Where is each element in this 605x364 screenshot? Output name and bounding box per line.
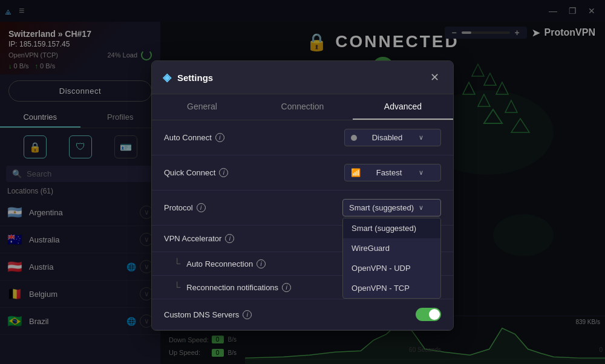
settings-overlay: ◈ Settings ✕ General Connection Advanced… — [0, 0, 605, 364]
reconnection-notifications-info-icon: i — [282, 283, 291, 292]
custom-dns-toggle[interactable] — [416, 308, 441, 321]
auto-connect-dropdown[interactable]: Disabled ∨ — [344, 129, 441, 146]
reconnection-notifications-label: └ Reconnection notifications i — [174, 282, 291, 293]
dialog-title-text: Settings — [177, 73, 213, 83]
quick-connect-arrow-icon: ∨ — [419, 169, 424, 177]
dialog-tabs: General Connection Advanced — [152, 94, 453, 120]
auto-connect-arrow-icon: ∨ — [419, 134, 424, 141]
settings-dialog: ◈ Settings ✕ General Connection Advanced… — [151, 60, 454, 331]
sub-indicator-reconnection: └ — [174, 258, 180, 269]
protocol-dropdown[interactable]: Smart (suggested) ∨ — [342, 199, 441, 216]
quick-connect-label: Quick Connect i — [164, 168, 228, 177]
tab-general[interactable]: General — [152, 94, 252, 120]
dialog-logo-icon: ◈ — [163, 71, 171, 84]
quick-connect-info-icon: i — [219, 168, 228, 177]
custom-dns-label: Custom DNS Servers i — [164, 310, 252, 319]
protocol-option-openvpn-tcp[interactable]: OpenVPN - TCP — [343, 278, 440, 298]
protocol-value: Smart (suggested) — [349, 203, 414, 212]
setting-auto-connect: Auto Connect i Disabled ∨ — [152, 120, 453, 155]
signal-icon: 📶 — [351, 168, 361, 177]
setting-custom-dns: Custom DNS Servers i — [152, 299, 453, 330]
protocol-dropdown-open: Smart (suggested) WireGuard OpenVPN - UD… — [342, 218, 441, 299]
protocol-dropdown-container: Smart (suggested) ∨ Smart (suggested) Wi… — [342, 199, 441, 216]
tab-connection[interactable]: Connection — [252, 94, 353, 120]
sub-indicator-notifications: └ — [174, 282, 180, 293]
protocol-label: Protocol i — [164, 203, 206, 212]
quick-connect-value: Fastest — [376, 168, 402, 177]
auto-connect-info-icon: i — [215, 133, 224, 142]
protocol-option-openvpn-udp[interactable]: OpenVPN - UDP — [343, 258, 440, 278]
dialog-header: ◈ Settings ✕ — [152, 61, 453, 94]
dialog-title: ◈ Settings — [163, 71, 213, 84]
tab-advanced[interactable]: Advanced — [353, 94, 453, 120]
protocol-option-smart[interactable]: Smart (suggested) — [343, 218, 440, 238]
app-window: ⟁ ≡ — ❐ ✕ Switzerland » CH#17 IP: 185.15… — [0, 0, 605, 364]
protocol-arrow-icon: ∨ — [419, 204, 424, 212]
vpn-accelerator-label: VPN Accelerator i — [164, 234, 234, 243]
vpn-accelerator-info-icon: i — [225, 234, 234, 243]
protocol-option-wireguard[interactable]: WireGuard — [343, 238, 440, 258]
auto-connect-label: Auto Connect i — [164, 133, 224, 142]
dialog-content: Auto Connect i Disabled ∨ Quick Connect … — [152, 120, 453, 330]
dialog-close-button[interactable]: ✕ — [427, 70, 442, 85]
custom-dns-info-icon: i — [243, 310, 252, 319]
auto-connect-value: Disabled — [372, 133, 403, 142]
auto-reconnection-label: └ Auto Reconnection i — [174, 258, 266, 269]
protocol-info-icon: i — [197, 203, 206, 212]
disabled-circle-icon — [351, 135, 357, 141]
quick-connect-dropdown[interactable]: 📶 Fastest ∨ — [344, 164, 441, 181]
auto-reconnection-info-icon: i — [257, 259, 266, 268]
setting-quick-connect: Quick Connect i 📶 Fastest ∨ — [152, 155, 453, 190]
setting-protocol: Protocol i Smart (suggested) ∨ Smart (su… — [152, 190, 453, 226]
